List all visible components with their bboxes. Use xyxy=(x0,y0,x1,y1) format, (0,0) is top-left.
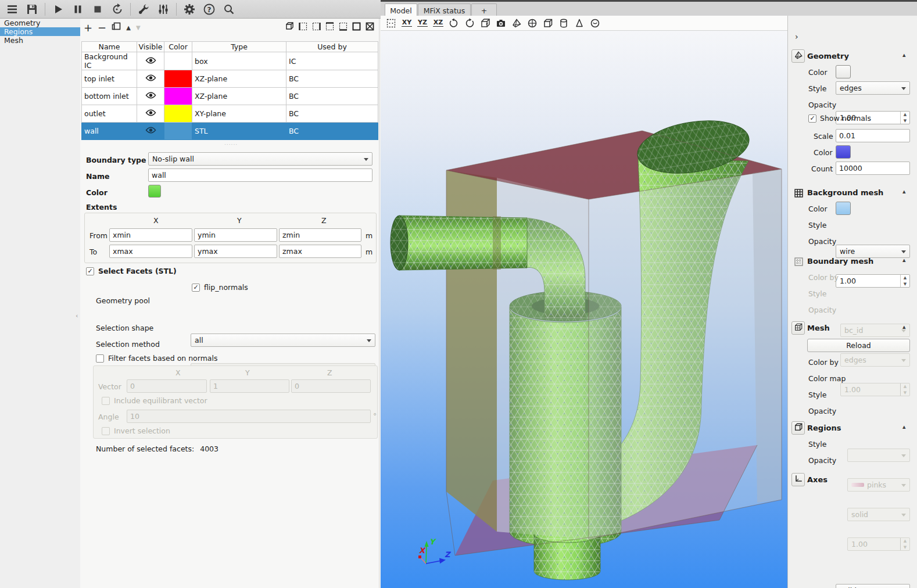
table-row-selected[interactable]: wall STL BC xyxy=(82,123,378,140)
section-title-boundary-mesh[interactable]: Boundary mesh xyxy=(807,257,873,266)
nav-item-mesh[interactable]: Mesh xyxy=(0,36,80,45)
geometry-visibility-toggle[interactable] xyxy=(791,49,805,63)
view-xy-button[interactable]: XY xyxy=(401,17,413,29)
view-yz-button[interactable]: YZ xyxy=(417,17,428,29)
region-color-cell[interactable] xyxy=(164,88,192,105)
splitter-handle[interactable]: ······ xyxy=(224,142,238,148)
view-xz-button[interactable]: XZ xyxy=(432,17,444,29)
normals-count-input[interactable]: 10000 xyxy=(836,162,910,175)
nav-collapse-handle[interactable]: ‹ xyxy=(76,312,78,320)
geometry-color-swatch[interactable] xyxy=(836,65,851,78)
parameters-button[interactable] xyxy=(153,2,173,17)
region-color-cell[interactable] xyxy=(164,52,192,70)
menu-button[interactable] xyxy=(2,2,22,17)
add-sphere-button[interactable] xyxy=(526,17,538,29)
col-header-type[interactable]: Type xyxy=(192,42,286,52)
col-header-name[interactable]: Name xyxy=(82,42,137,52)
show-normals-checkbox[interactable]: ✓ xyxy=(808,114,816,123)
normals-scale-input[interactable]: 0.01 xyxy=(836,129,910,142)
vtk-3d-view[interactable]: Y X Z xyxy=(381,31,787,588)
boundary-type-select[interactable]: No-slip wall xyxy=(148,152,372,166)
add-region-button[interactable]: + xyxy=(84,21,92,34)
collapse-arrow-icon[interactable]: ▴ xyxy=(902,323,906,331)
collapse-arrow-icon[interactable]: ▴ xyxy=(902,188,906,195)
shape-plane-right-icon[interactable] xyxy=(310,20,322,32)
stop-button[interactable] xyxy=(88,2,108,17)
save-button[interactable] xyxy=(22,2,42,17)
mesh-reload-button[interactable]: Reload xyxy=(807,339,910,352)
spin-buttons[interactable]: ▲▼ xyxy=(900,275,909,287)
reset-button[interactable] xyxy=(108,2,127,17)
add-torus-button[interactable] xyxy=(589,17,601,29)
to-z-input[interactable]: zmax xyxy=(279,245,361,258)
nav-item-regions[interactable]: Regions xyxy=(0,27,80,36)
add-box-button[interactable] xyxy=(542,17,554,29)
region-color-cell[interactable] xyxy=(164,105,192,123)
add-cone-button[interactable] xyxy=(574,17,585,29)
name-input[interactable]: wall xyxy=(148,168,372,182)
shape-stl-icon[interactable] xyxy=(364,20,375,32)
visibility-toggle[interactable] xyxy=(137,123,164,140)
shape-plane-top-icon[interactable] xyxy=(324,20,335,32)
shape-box-icon[interactable] xyxy=(284,20,295,32)
reset-view-button[interactable] xyxy=(385,17,397,29)
from-y-input[interactable]: ymin xyxy=(194,228,277,242)
geometry-visibility-button[interactable] xyxy=(511,17,522,29)
settings-button[interactable] xyxy=(180,2,199,17)
sidebar-collapse-button[interactable]: › xyxy=(795,32,798,41)
build-button[interactable] xyxy=(134,2,153,17)
table-row[interactable]: top inlet XZ-plane BC xyxy=(82,70,378,88)
duplicate-region-button[interactable] xyxy=(112,22,121,33)
visibility-toggle[interactable] xyxy=(137,105,164,123)
to-x-input[interactable]: xmax xyxy=(109,245,192,258)
section-title-background-mesh[interactable]: Background mesh xyxy=(807,188,883,197)
from-x-input[interactable]: xmin xyxy=(109,228,192,242)
mesh-visibility-toggle[interactable] xyxy=(791,321,805,335)
bg-mesh-opacity-spinbox[interactable]: 1.00▲▼ xyxy=(836,274,910,288)
region-color-swatch[interactable] xyxy=(148,185,161,198)
shape-plane-left-icon[interactable] xyxy=(297,20,309,32)
remove-region-button[interactable]: − xyxy=(98,21,106,34)
collapse-arrow-icon[interactable]: ▴ xyxy=(902,423,906,431)
rotate-right-button[interactable] xyxy=(464,17,475,29)
section-title-axes[interactable]: Axes xyxy=(807,475,828,484)
visibility-toggle[interactable] xyxy=(137,52,164,70)
run-button[interactable] xyxy=(48,2,68,17)
selection-shape-select[interactable]: all xyxy=(191,334,375,347)
visibility-toggle[interactable] xyxy=(137,70,164,88)
collapse-arrow-icon[interactable]: ▴ xyxy=(902,51,906,59)
from-z-input[interactable]: zmin xyxy=(279,228,361,242)
col-header-visible[interactable]: Visible xyxy=(137,42,164,52)
shape-plane-bottom-icon[interactable] xyxy=(337,20,349,32)
bg-mesh-color-swatch[interactable] xyxy=(836,202,851,215)
visibility-toggle[interactable] xyxy=(137,88,164,105)
col-header-used-by[interactable]: Used by xyxy=(286,42,378,52)
pause-button[interactable] xyxy=(68,2,88,17)
flip-normals-checkbox[interactable]: ✓ xyxy=(192,284,200,292)
collapse-arrow-icon[interactable]: ▴ xyxy=(902,256,906,264)
bg-mesh-style-select[interactable]: wire xyxy=(836,245,910,258)
table-row[interactable]: outlet XY-plane BC xyxy=(82,105,378,123)
table-row[interactable]: bottom inlet XZ-plane BC xyxy=(82,88,378,105)
region-color-cell[interactable] xyxy=(164,70,192,88)
col-header-color[interactable]: Color xyxy=(164,42,192,52)
nav-item-geometry[interactable]: Geometry xyxy=(0,19,80,27)
normals-color-swatch[interactable] xyxy=(836,145,851,159)
section-title-geometry[interactable]: Geometry xyxy=(807,52,849,60)
region-color-cell[interactable] xyxy=(164,123,192,140)
geometry-style-select[interactable]: edges xyxy=(836,81,910,95)
regions-style-select[interactable]: solid xyxy=(836,584,910,588)
perspective-button[interactable] xyxy=(479,17,491,29)
help-button[interactable]: ? xyxy=(199,2,219,17)
background-mesh-icon[interactable] xyxy=(793,187,804,199)
rotate-left-button[interactable] xyxy=(448,17,460,29)
section-title-regions[interactable]: Regions xyxy=(807,424,841,432)
section-title-mesh[interactable]: Mesh xyxy=(807,324,830,332)
regions-visibility-toggle[interactable] xyxy=(791,421,805,435)
shape-box-solid-icon[interactable] xyxy=(350,20,362,32)
search-button[interactable] xyxy=(219,2,239,17)
select-facets-checkbox[interactable]: ✓ xyxy=(86,267,94,275)
move-down-button[interactable]: ▼ xyxy=(136,24,141,31)
table-row[interactable]: Background IC box IC xyxy=(82,52,378,70)
to-y-input[interactable]: ymax xyxy=(194,245,277,258)
